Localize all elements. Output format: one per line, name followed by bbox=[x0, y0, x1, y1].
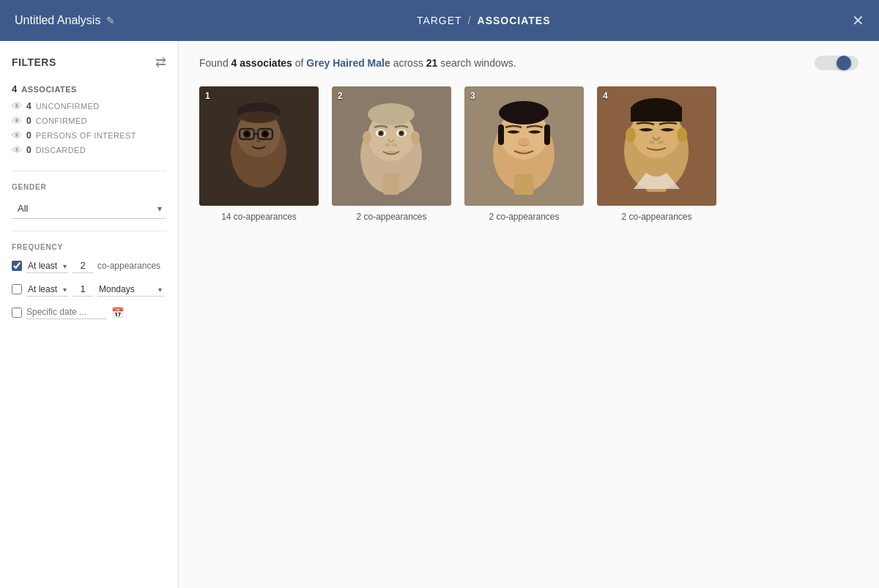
specific-date-input[interactable] bbox=[26, 305, 107, 319]
freq-qualifier-select-1[interactable]: At least At most Exactly bbox=[26, 259, 68, 273]
svg-point-43 bbox=[677, 127, 687, 142]
confirmed-label: CONFIRMED bbox=[36, 116, 87, 125]
svg-rect-32 bbox=[498, 124, 504, 145]
associate-card-2[interactable]: 2 2 co-appearances bbox=[332, 86, 451, 222]
filters-title: Filters bbox=[12, 56, 56, 68]
specific-date-row: 📅 bbox=[12, 305, 166, 319]
svg-point-22 bbox=[392, 144, 398, 147]
associate-caption-3: 2 co-appearances bbox=[489, 212, 559, 222]
associate-number-4: 4 bbox=[603, 91, 608, 101]
associate-card-3[interactable]: 3 2 co-appearances bbox=[464, 86, 584, 222]
svg-point-39 bbox=[658, 141, 664, 144]
toggle-container[interactable] bbox=[815, 56, 858, 70]
divider-1 bbox=[12, 171, 166, 171]
status-row-confirmed: 👁 0 CONFIRMED bbox=[12, 115, 166, 127]
eye-icon-3: 👁 bbox=[12, 130, 22, 141]
frequency-row-1: At least At most Exactly co-appearances bbox=[12, 258, 166, 273]
eye-icon-2: 👁 bbox=[12, 115, 22, 127]
app-title: Untitled Analysis bbox=[15, 14, 100, 27]
associate-number-3: 3 bbox=[470, 91, 475, 101]
svg-point-24 bbox=[363, 131, 371, 144]
day-select-wrapper[interactable]: Mondays Tuesdays Wednesdays Thursdays Fr… bbox=[97, 282, 163, 297]
found-prefix: Found bbox=[199, 57, 229, 69]
target-name: Grey Haired Male bbox=[306, 57, 390, 69]
content-area: Found 4 associates of Grey Haired Male a… bbox=[179, 41, 879, 588]
associate-photo-4: 4 bbox=[597, 86, 716, 206]
calendar-icon[interactable]: 📅 bbox=[111, 307, 124, 319]
svg-point-42 bbox=[626, 127, 636, 142]
eye-icon-1: 👁 bbox=[12, 100, 22, 112]
freq-unit-label-1: co-appearances bbox=[97, 261, 160, 271]
svg-point-19 bbox=[379, 132, 382, 135]
results-associates-count: 4 bbox=[231, 57, 237, 69]
gender-filter: GENDER All Male Female bbox=[12, 183, 166, 219]
close-button[interactable]: ✕ bbox=[852, 12, 864, 29]
associate-caption-4: 2 co-appearances bbox=[621, 212, 691, 222]
freq-checkbox-2[interactable] bbox=[12, 284, 22, 294]
svg-point-23 bbox=[368, 103, 415, 125]
svg-rect-33 bbox=[544, 124, 550, 145]
associate-number-2: 2 bbox=[338, 91, 343, 101]
svg-point-21 bbox=[385, 144, 390, 147]
results-header: Found 4 associates of Grey Haired Male a… bbox=[199, 56, 858, 70]
freq-number-input-1[interactable] bbox=[73, 258, 93, 273]
sidebar: Filters ⇄ 4 ASSOCIATES 👁 4 UNCONFIRMED 👁… bbox=[0, 41, 179, 588]
svg-point-20 bbox=[400, 132, 403, 135]
freq-checkbox-1[interactable] bbox=[12, 261, 22, 271]
frequency-row-2: At least At most Exactly Mondays Tuesday… bbox=[12, 282, 166, 297]
across-word: across bbox=[393, 57, 423, 69]
windows-count: 21 bbox=[426, 57, 438, 69]
header: Untitled Analysis ✎ TARGET / ASSOCIATES … bbox=[0, 0, 879, 41]
svg-point-8 bbox=[245, 133, 248, 135]
edit-icon[interactable]: ✎ bbox=[106, 15, 115, 26]
eye-icon-4: 👁 bbox=[12, 144, 22, 156]
associates-word: associates bbox=[240, 57, 292, 69]
associate-photo-2: 2 bbox=[332, 86, 451, 206]
status-row-unconfirmed: 👁 4 UNCONFIRMED bbox=[12, 100, 166, 112]
specific-date-checkbox[interactable] bbox=[12, 308, 22, 318]
sidebar-header: Filters ⇄ bbox=[12, 54, 166, 70]
collapse-icon[interactable]: ⇄ bbox=[155, 54, 166, 70]
frequency-section-label: FREQUENCY bbox=[12, 243, 166, 251]
discarded-label: DISCARDED bbox=[36, 146, 86, 155]
divider-2 bbox=[12, 231, 166, 231]
associate-number-1: 1 bbox=[205, 91, 210, 101]
svg-point-38 bbox=[649, 141, 655, 144]
associate-caption-2: 2 co-appearances bbox=[356, 212, 426, 222]
gender-select[interactable]: All Male Female bbox=[12, 198, 166, 219]
poi-label: PERSONS OF INTEREST bbox=[36, 131, 136, 140]
breadcrumb-target[interactable]: TARGET bbox=[417, 15, 462, 26]
associates-total-count: 4 bbox=[12, 83, 17, 94]
freq-qualifier-wrapper-1[interactable]: At least At most Exactly bbox=[26, 258, 68, 273]
svg-rect-41 bbox=[631, 107, 682, 122]
associate-card-4[interactable]: 4 2 co-appearances bbox=[597, 86, 716, 222]
associates-count-row: 4 ASSOCIATES bbox=[12, 83, 166, 94]
freq-qualifier-wrapper-2[interactable]: At least At most Exactly bbox=[26, 282, 68, 297]
unconfirmed-count: 4 bbox=[26, 101, 31, 111]
associate-caption-1: 14 co-appearances bbox=[221, 212, 297, 222]
associate-card-1[interactable]: 1 14 co-appearances bbox=[199, 86, 319, 222]
discarded-count: 0 bbox=[26, 145, 31, 155]
breadcrumb-separator: / bbox=[468, 15, 472, 26]
associates-summary: 4 ASSOCIATES 👁 4 UNCONFIRMED 👁 0 CONFIRM… bbox=[12, 83, 166, 156]
status-row-poi: 👁 0 PERSONS OF INTEREST bbox=[12, 130, 166, 141]
svg-point-11 bbox=[238, 111, 279, 123]
view-toggle[interactable] bbox=[815, 56, 858, 70]
freq-number-input-2[interactable] bbox=[73, 282, 93, 297]
day-select[interactable]: Mondays Tuesdays Wednesdays Thursdays Fr… bbox=[97, 283, 163, 297]
results-text: Found 4 associates of Grey Haired Male a… bbox=[199, 57, 516, 69]
gender-select-wrapper[interactable]: All Male Female bbox=[12, 198, 166, 219]
gender-section-label: GENDER bbox=[12, 183, 166, 191]
freq-qualifier-select-2[interactable]: At least At most Exactly bbox=[26, 283, 68, 297]
breadcrumb: TARGET / ASSOCIATES bbox=[417, 15, 551, 26]
svg-point-25 bbox=[411, 131, 420, 144]
associate-photo-3: 3 bbox=[464, 86, 584, 206]
unconfirmed-label: UNCONFIRMED bbox=[36, 102, 100, 111]
of-word: of bbox=[295, 57, 304, 69]
svg-point-31 bbox=[499, 101, 549, 124]
confirmed-count: 0 bbox=[26, 116, 31, 126]
associate-photo-1: 1 bbox=[199, 86, 319, 206]
associates-grid: 1 14 co-appearances bbox=[199, 86, 858, 222]
status-row-discarded: 👁 0 DISCARDED bbox=[12, 144, 166, 156]
breadcrumb-current: ASSOCIATES bbox=[478, 15, 551, 26]
